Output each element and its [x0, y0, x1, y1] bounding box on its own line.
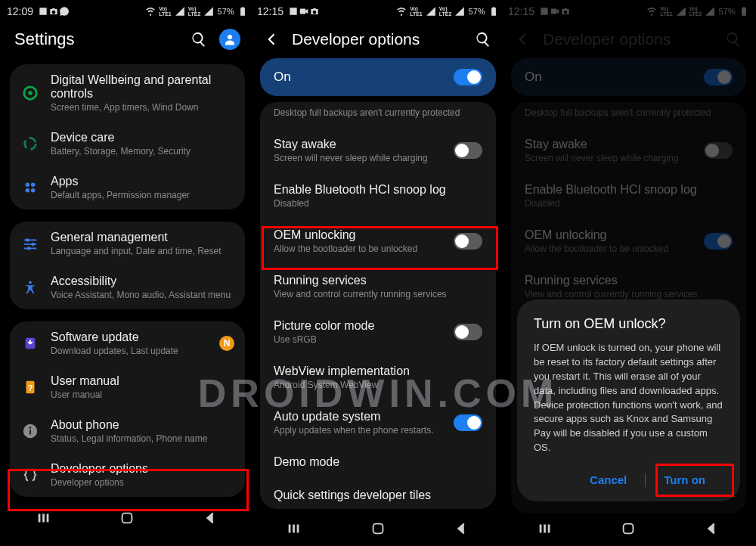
- dev-item-running-services[interactable]: Running servicesView and control current…: [260, 264, 496, 309]
- settings-item-accessibility[interactable]: AccessibilityVoice Assistant, Mono audio…: [10, 265, 245, 309]
- settings-item-general-management[interactable]: General managementLanguage and input, Da…: [10, 222, 245, 265]
- item-sub: Disabled: [274, 198, 482, 209]
- home-icon[interactable]: [620, 520, 637, 537]
- recents-icon[interactable]: [537, 520, 553, 537]
- back-nav-icon[interactable]: [203, 510, 219, 526]
- svg-rect-24: [300, 9, 306, 14]
- item-sub: User manual: [51, 389, 234, 400]
- svg-rect-26: [293, 525, 295, 533]
- toggle-on-icon: [704, 69, 733, 85]
- camera-icon: [48, 6, 59, 17]
- dev-item-bt-hci[interactable]: Enable Bluetooth HCI snoop logDisabled: [260, 173, 496, 219]
- settings-item-developer-options[interactable]: Developer optionsDeveloper options: [10, 453, 245, 497]
- search-icon[interactable]: [191, 31, 207, 48]
- search-icon[interactable]: [475, 31, 491, 48]
- status-bar: 12:15 Vo)LTE1 Vo)LTE2 57%: [503, 2, 754, 20]
- item-title: Software update: [51, 330, 209, 344]
- on-label: On: [525, 70, 704, 85]
- item-title: Stay awake: [274, 138, 454, 151]
- wifi-icon: [396, 6, 407, 17]
- item-sub: Allow the bootloader to be unlocked: [274, 244, 454, 254]
- back-nav-icon[interactable]: [704, 520, 720, 537]
- search-icon: [725, 31, 742, 48]
- toggle-off-icon[interactable]: [454, 233, 482, 250]
- back-icon[interactable]: [265, 32, 280, 47]
- dev-item-backup: Desktop full backups aren't currently pr…: [511, 102, 746, 128]
- svg-rect-21: [42, 514, 45, 523]
- recents-icon[interactable]: [286, 520, 302, 537]
- settings-item-wellbeing[interactable]: Digital Wellbeing and parental controlsS…: [10, 64, 245, 122]
- item-sub: Apply updates when the phone restarts.: [274, 425, 454, 436]
- dev-list[interactable]: Desktop full backups aren't currently pr…: [260, 102, 496, 509]
- settings-item-user-manual[interactable]: ? User manualUser manual: [10, 365, 245, 409]
- settings-item-apps[interactable]: AppsDefault apps, Permission manager: [10, 166, 245, 209]
- settings-group-b: General managementLanguage and input, Da…: [10, 222, 245, 309]
- svg-point-2: [25, 138, 36, 150]
- svg-rect-32: [548, 525, 550, 533]
- signal2-icon: [705, 6, 715, 17]
- svg-point-10: [26, 238, 29, 242]
- dev-item-demo-mode[interactable]: Demo mode: [260, 445, 496, 479]
- item-sub: Android System WebView: [274, 380, 482, 390]
- signal2-icon: [203, 6, 214, 17]
- home-icon[interactable]: [119, 510, 135, 526]
- item-title: Auto update system: [274, 410, 454, 423]
- dev-item-backup[interactable]: Desktop full backups aren't currently pr…: [260, 102, 496, 128]
- toggle-on-icon[interactable]: [454, 69, 482, 85]
- svg-rect-33: [624, 524, 634, 534]
- apps-icon: [20, 179, 40, 196]
- dev-item-stay-awake[interactable]: Stay awakeScreen will never sleep while …: [260, 128, 496, 173]
- lte1-icon: Vo)LTE1: [159, 6, 172, 17]
- dev-item-auto-update[interactable]: Auto update systemApply updates when the…: [260, 400, 496, 445]
- toggle-on-icon[interactable]: [454, 414, 482, 431]
- cancel-button[interactable]: Cancel: [572, 469, 645, 491]
- dev-item-oem-unlocking: OEM unlockingAllow the bootloader to be …: [511, 219, 746, 264]
- on-label: On: [274, 70, 454, 85]
- clock: 12:15: [508, 5, 534, 17]
- item-sub: Desktop full backups aren't currently pr…: [525, 107, 733, 118]
- dev-item-picture-color[interactable]: Picture color modeUse sRGB: [260, 309, 496, 355]
- item-title: Accessibility: [51, 275, 234, 288]
- svg-rect-27: [297, 525, 299, 533]
- turn-on-button[interactable]: Turn on: [646, 469, 723, 491]
- back-nav-icon[interactable]: [454, 520, 470, 537]
- item-sub: View and control currently running servi…: [525, 289, 733, 299]
- wifi-icon: [646, 6, 657, 17]
- settings-item-about-phone[interactable]: About phoneStatus, Legal information, Ph…: [10, 409, 245, 453]
- profile-avatar[interactable]: [219, 29, 240, 50]
- dev-item-stay-awake: Stay awakeScreen will never sleep while …: [511, 128, 746, 173]
- dev-item-webview[interactable]: WebView implementationAndroid System Web…: [260, 355, 496, 400]
- dialog-body: If OEM unlock is turned on, your phone w…: [534, 341, 723, 455]
- svg-rect-31: [544, 525, 546, 533]
- toggle-off-icon[interactable]: [454, 324, 482, 340]
- battery-pct: 57%: [718, 7, 736, 16]
- dev-item-oem-unlocking[interactable]: OEM unlockingAllow the bootloader to be …: [260, 219, 496, 264]
- item-sub: Disabled: [525, 198, 733, 209]
- settings-item-software-update[interactable]: Software updateDownload updates, Last up…: [10, 321, 245, 365]
- dev-header: Developer options: [253, 20, 503, 58]
- recents-icon[interactable]: [36, 510, 52, 526]
- item-sub: Status, Legal information, Phone name: [51, 433, 234, 444]
- svg-point-1: [28, 91, 33, 95]
- download-icon: [20, 335, 40, 352]
- toggle-off-icon: [704, 142, 733, 159]
- item-sub: Screen will never sleep while charging: [274, 153, 454, 163]
- dialog-title: Turn on OEM unlock?: [534, 316, 723, 332]
- home-icon[interactable]: [370, 520, 386, 537]
- lte2-icon: Vo)LTE2: [689, 6, 702, 17]
- image-icon: [288, 6, 299, 17]
- battery-pct: 57%: [217, 7, 234, 16]
- page-title: Developer options: [543, 30, 713, 48]
- dev-master-toggle[interactable]: On: [260, 58, 496, 96]
- item-title: Digital Wellbeing and parental controls: [51, 73, 234, 101]
- settings-item-device-care[interactable]: Device careBattery, Storage, Memory, Sec…: [10, 122, 245, 166]
- item-sub: Screen time, App timers, Wind Down: [51, 102, 234, 113]
- item-title: Picture color mode: [274, 319, 454, 333]
- dev-item-quick-tiles[interactable]: Quick settings developer tiles: [260, 479, 496, 509]
- nav-bar: [253, 513, 503, 544]
- item-sub: Screen will never sleep while charging: [525, 153, 704, 163]
- item-title: Demo mode: [274, 455, 482, 469]
- status-bar: 12:09 Vo)LTE1 Vo)LTE2 57%: [2, 2, 253, 20]
- toggle-off-icon[interactable]: [454, 142, 482, 159]
- sliders-icon: [20, 235, 40, 252]
